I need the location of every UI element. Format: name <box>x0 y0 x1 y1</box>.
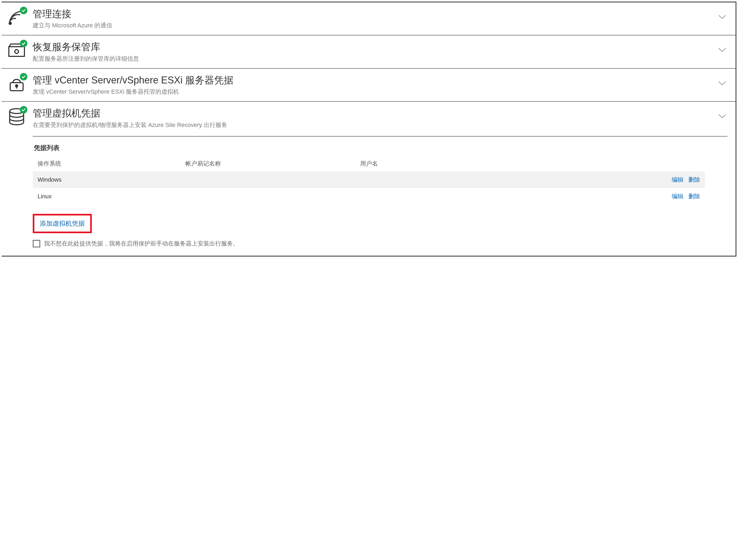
chevron-down-icon[interactable] <box>717 78 728 88</box>
table-header-row: 操作系统 帐户易记名称 用户名 <box>33 156 705 171</box>
cell-friendly <box>180 188 355 205</box>
chevron-down-icon[interactable] <box>717 111 728 121</box>
accordion-subtitle: 发现 vCenter Server/vSphere ESXi 服务器托管的虚拟机 <box>33 88 710 96</box>
accordion-titles: 恢复服务保管库 配置服务器所注册到的保管库的详细信息 <box>33 41 710 62</box>
status-ok-icon <box>20 73 27 80</box>
accordion-title: 管理连接 <box>33 8 710 19</box>
add-vm-cred-button[interactable]: 添加虚拟机凭据 <box>33 214 92 233</box>
accordion-item-recovery-vault: 恢复服务保管库 配置服务器所注册到的保管库的详细信息 <box>2 35 736 68</box>
col-header-friendly: 帐户易记名称 <box>180 156 355 171</box>
accordion-titles: 管理虚拟机凭据 在需要受到保护的虚拟机/物理服务器上安装 Azure Site … <box>33 107 710 129</box>
svg-point-1 <box>15 50 19 53</box>
accordion-item-vcenter-creds: 管理 vCenter Server/vSphere ESXi 服务器凭据 发现 … <box>2 68 736 101</box>
chevron-down-icon[interactable] <box>717 45 728 55</box>
edit-link[interactable]: 编辑 <box>672 193 684 200</box>
skip-creds-row: 我不想在此处提供凭据，我将在启用保护前手动在服务器上安装出行服务。 <box>33 239 705 250</box>
connection-icon <box>7 8 26 27</box>
accordion-header[interactable]: 管理连接 建立与 Microsoft Azure 的通信 <box>7 8 728 29</box>
drive-icon <box>7 41 26 60</box>
database-icon <box>7 107 26 126</box>
table-row: Linux 编辑 删除 <box>33 188 705 205</box>
cell-friendly <box>180 171 355 188</box>
creds-list-heading: 凭据列表 <box>33 143 705 152</box>
delete-link[interactable]: 删除 <box>688 193 700 200</box>
accordion-item-manage-connection: 管理连接 建立与 Microsoft Azure 的通信 <box>2 2 736 35</box>
skip-creds-checkbox[interactable] <box>33 240 40 247</box>
chevron-down-icon[interactable] <box>717 12 728 22</box>
svg-point-0 <box>9 22 12 25</box>
cell-os: Linux <box>33 188 180 205</box>
accordion-titles: 管理连接 建立与 Microsoft Azure 的通信 <box>33 8 710 29</box>
cell-username <box>355 171 584 188</box>
delete-link[interactable]: 删除 <box>688 176 700 183</box>
edit-link[interactable]: 编辑 <box>672 176 684 183</box>
table-row: Windows 编辑 删除 <box>33 171 705 188</box>
accordion-subtitle: 建立与 Microsoft Azure 的通信 <box>33 21 710 29</box>
accordion-titles: 管理 vCenter Server/vSphere ESXi 服务器凭据 发现 … <box>33 74 710 96</box>
add-cred-wrap: 添加虚拟机凭据 <box>33 214 705 233</box>
accordion-title: 管理虚拟机凭据 <box>33 108 710 119</box>
vm-creds-content: 凭据列表 操作系统 帐户易记名称 用户名 Windows <box>33 136 728 250</box>
status-ok-icon <box>20 7 27 14</box>
accordion-title: 管理 vCenter Server/vSphere ESXi 服务器凭据 <box>33 75 710 86</box>
cell-username <box>355 188 584 205</box>
accordion-subtitle: 在需要受到保护的虚拟机/物理服务器上安装 Azure Site Recovery… <box>33 121 710 129</box>
skip-creds-label: 我不想在此处提供凭据，我将在启用保护前手动在服务器上安装出行服务。 <box>44 239 239 248</box>
settings-container: 管理连接 建立与 Microsoft Azure 的通信 <box>2 2 736 256</box>
status-ok-icon <box>20 40 27 47</box>
accordion-subtitle: 配置服务器所注册到的保管库的详细信息 <box>33 55 710 63</box>
col-header-os: 操作系统 <box>33 156 180 171</box>
col-header-username: 用户名 <box>355 156 584 171</box>
accordion-header[interactable]: 管理虚拟机凭据 在需要受到保护的虚拟机/物理服务器上安装 Azure Site … <box>7 107 728 129</box>
lock-icon <box>7 74 26 93</box>
cell-os: Windows <box>33 171 180 188</box>
accordion-header[interactable]: 恢复服务保管库 配置服务器所注册到的保管库的详细信息 <box>7 41 728 62</box>
accordion-item-vm-creds: 管理虚拟机凭据 在需要受到保护的虚拟机/物理服务器上安装 Azure Site … <box>2 101 736 255</box>
creds-table: 操作系统 帐户易记名称 用户名 Windows 编辑 删除 <box>33 156 705 205</box>
accordion-title: 恢复服务保管库 <box>33 41 710 52</box>
status-ok-icon <box>20 106 27 113</box>
accordion-header[interactable]: 管理 vCenter Server/vSphere ESXi 服务器凭据 发现 … <box>7 74 728 96</box>
